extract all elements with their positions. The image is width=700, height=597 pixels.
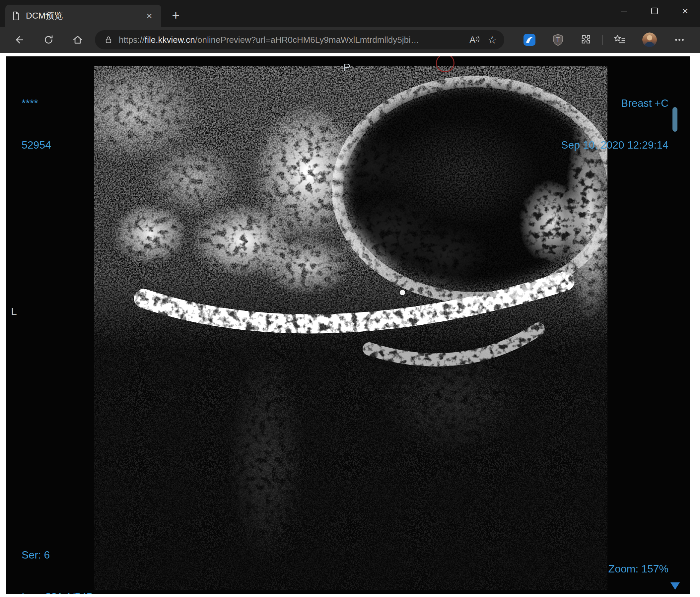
- refresh-button[interactable]: [40, 31, 57, 48]
- favorites-button[interactable]: [611, 31, 628, 48]
- tab-bar: DCM预览 × + – ×: [0, 0, 700, 27]
- patient-name-masked: ****: [22, 96, 51, 110]
- avatar-image-icon: [642, 32, 657, 47]
- mri-image: [94, 66, 607, 590]
- profile-avatar[interactable]: [642, 32, 657, 47]
- toolbar: https://file.kkview.cn/onlinePreview?url…: [0, 27, 700, 53]
- url-path: /onlinePreview?url=aHR0cHM6Ly9maWxlLmtrd…: [195, 35, 419, 45]
- patient-id: 52954: [22, 138, 51, 152]
- document-favicon: [11, 11, 21, 21]
- read-aloud-button[interactable]: A: [470, 35, 480, 45]
- address-bar[interactable]: https://file.kkview.cn/onlinePreview?url…: [95, 30, 504, 49]
- back-arrow-icon: [13, 33, 26, 46]
- svg-text:T: T: [556, 36, 560, 43]
- toolbar-divider: [602, 35, 603, 45]
- favorite-star-icon: ☆: [488, 33, 497, 46]
- extensions-puzzle-icon: [579, 33, 593, 47]
- home-button[interactable]: [69, 31, 86, 48]
- lock-icon[interactable]: [103, 35, 114, 45]
- minimize-button[interactable]: –: [614, 1, 634, 21]
- series-info-overlay: Ser: 6 Img: 201 1/545 512 x 512 Loc: 109…: [22, 520, 173, 594]
- scroll-down-arrow-icon[interactable]: [671, 582, 680, 590]
- study-description: Breast +C: [561, 96, 669, 110]
- extensions-button[interactable]: [577, 31, 595, 48]
- series-number: Ser: 6: [22, 548, 173, 562]
- read-aloud-icon: A: [470, 35, 475, 45]
- back-button[interactable]: [10, 31, 28, 48]
- stack-scroll-thumb[interactable]: [672, 107, 677, 132]
- browser-tab[interactable]: DCM预览 ×: [5, 5, 161, 27]
- page-content: **** 52954 P Breast +C Sep 10, 2020 12:2…: [0, 53, 700, 597]
- tab-title: DCM预览: [26, 10, 143, 22]
- dicom-canvas[interactable]: **** 52954 P Breast +C Sep 10, 2020 12:2…: [6, 56, 690, 594]
- image-index: Img: 201 1/545: [22, 590, 173, 594]
- maximize-button[interactable]: [644, 1, 665, 21]
- read-aloud-waves-icon: [475, 35, 480, 44]
- display-info-overlay: Zoom: 157% W: 778 L: 389 Lossless / Unco…: [547, 534, 669, 594]
- favorites-hub-icon: [613, 33, 626, 47]
- window-controls: – ×: [614, 0, 700, 22]
- close-button[interactable]: ×: [675, 1, 695, 21]
- more-menu-icon: [673, 33, 686, 47]
- shield-extension-icon: T: [551, 33, 565, 47]
- maximize-icon: [651, 8, 658, 14]
- home-icon: [71, 33, 84, 46]
- url-host: file.kkview.cn: [145, 35, 195, 45]
- study-datetime: Sep 10, 2020 12:29:14: [561, 138, 669, 152]
- new-tab-button[interactable]: +: [168, 9, 184, 23]
- tab-close-icon[interactable]: ×: [143, 11, 155, 21]
- refresh-icon: [43, 33, 55, 46]
- study-info-overlay: Breast +C Sep 10, 2020 12:29:14: [561, 68, 669, 180]
- url-scheme: https://: [119, 35, 145, 45]
- url-text: https://file.kkview.cn/onlinePreview?url…: [119, 35, 462, 45]
- shield-extension-button[interactable]: T: [549, 31, 567, 48]
- bird-extension-button[interactable]: [521, 31, 538, 48]
- orientation-marker-left: L: [11, 305, 17, 318]
- favorite-button[interactable]: ☆: [488, 33, 497, 46]
- more-menu-button[interactable]: [671, 31, 688, 48]
- orientation-marker-top: P: [343, 60, 350, 74]
- zoom-level: Zoom: 157%: [547, 562, 669, 576]
- bird-extension-icon: [523, 33, 536, 47]
- patient-info-overlay: **** 52954: [22, 68, 51, 180]
